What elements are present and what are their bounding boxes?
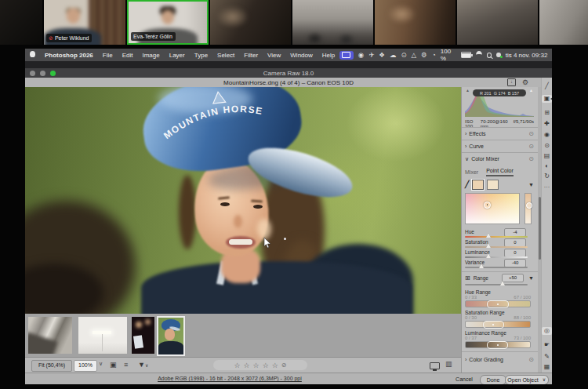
hue-range-bracket[interactable] bbox=[487, 300, 509, 308]
highlight-clipping-icon[interactable]: ▲ bbox=[529, 89, 533, 93]
effects-section-header[interactable]: › Effects ⊙ bbox=[465, 128, 534, 140]
color-swatch-active[interactable] bbox=[472, 180, 484, 190]
star-icon[interactable]: ☆ bbox=[263, 362, 269, 369]
user-status-icon[interactable] bbox=[496, 53, 500, 57]
tab-mixer[interactable]: Mixer bbox=[465, 169, 478, 176]
range-slider-knob[interactable] bbox=[500, 281, 505, 285]
saturation-slider-knob[interactable] bbox=[486, 243, 491, 248]
sort-order-icon[interactable]: ≡ bbox=[124, 361, 128, 369]
color-field-marker[interactable] bbox=[484, 202, 491, 209]
color-swatch[interactable] bbox=[487, 180, 499, 190]
status-icon-camera[interactable]: ◉ bbox=[358, 51, 364, 59]
status-icon-gear[interactable]: ⚙ bbox=[421, 51, 427, 59]
participant-tile-peter[interactable]: ⊘Peter Wiklund bbox=[44, 0, 125, 45]
luminance-strip[interactable] bbox=[524, 193, 532, 224]
participant-tile[interactable] bbox=[539, 0, 588, 45]
display-settings-icon[interactable] bbox=[430, 362, 440, 369]
menu-window[interactable]: Window bbox=[285, 52, 317, 59]
preferences-gear-icon[interactable]: ⚙ bbox=[522, 79, 528, 86]
hue-slider[interactable] bbox=[465, 236, 528, 238]
photo-canvas[interactable]: MOUNTAIN HORSE bbox=[25, 87, 461, 314]
filmstrip-thumb-2[interactable] bbox=[78, 317, 127, 354]
hand-tool-icon[interactable]: ☛ bbox=[542, 341, 552, 349]
crop-tool-icon[interactable]: ⊞ bbox=[542, 109, 552, 117]
participant-tile[interactable] bbox=[210, 0, 291, 45]
status-icon-triangle[interactable]: △ bbox=[412, 51, 417, 59]
no-rating-icon[interactable]: ⊘ bbox=[281, 362, 287, 369]
camera-raw-title-bar[interactable]: Camera Raw 18.0 bbox=[25, 68, 552, 78]
zoom-100-button[interactable]: 100% bbox=[74, 360, 97, 372]
menu-filter[interactable]: Filter bbox=[239, 52, 263, 59]
status-icon-dropbox[interactable]: ❖ bbox=[379, 51, 385, 59]
menu-layer[interactable]: Layer bbox=[165, 52, 190, 59]
participant-tile[interactable] bbox=[457, 0, 538, 45]
menu-image[interactable]: Image bbox=[137, 52, 164, 59]
cancel-button[interactable]: Cancel bbox=[452, 375, 477, 384]
star-icon[interactable]: ☆ bbox=[253, 362, 260, 369]
filter-funnel-icon[interactable]: ▼∨ bbox=[138, 361, 148, 370]
snapshots-icon[interactable]: ▤ bbox=[542, 152, 552, 160]
color-mixer-section-header[interactable]: ∨ Color Mixer ⊙ bbox=[465, 153, 534, 165]
saturation-range-bar[interactable] bbox=[465, 321, 531, 328]
menu-type[interactable]: Type bbox=[190, 52, 212, 59]
zoom-tool-icon[interactable]: ◎ bbox=[542, 327, 552, 335]
panel-toggle-icon[interactable]: ▥ bbox=[445, 360, 452, 368]
participant-tile[interactable] bbox=[292, 0, 373, 45]
star-rating-widget[interactable]: ☆☆☆☆☆ ⊘ bbox=[213, 360, 307, 370]
status-icon-airplane[interactable]: ✈ bbox=[368, 51, 374, 59]
status-icon-clock[interactable]: ◔ bbox=[432, 51, 436, 59]
fit-zoom-select[interactable]: Fit (50,4%) bbox=[31, 360, 72, 372]
filmstrip-thumb-4-selected[interactable] bbox=[157, 316, 185, 356]
preview-eye-icon[interactable]: ⊙ bbox=[542, 142, 552, 150]
histogram[interactable]: ▲ ▲ R 201G 174B 157 bbox=[465, 88, 534, 117]
white-balance-eyedropper-icon[interactable]: ╱ bbox=[542, 82, 552, 90]
edit-tool-icon[interactable]: ▣ bbox=[542, 95, 552, 103]
wifi-icon[interactable] bbox=[476, 51, 482, 59]
menu-help[interactable]: Help bbox=[318, 52, 339, 59]
menu-view[interactable]: View bbox=[263, 52, 285, 59]
apple-menu-icon[interactable] bbox=[25, 51, 40, 59]
redeye-tool-icon[interactable]: ◉ bbox=[542, 131, 552, 139]
luminance-slider-knob[interactable] bbox=[486, 253, 491, 258]
zoom-caret-icon[interactable]: ∨ bbox=[99, 361, 103, 367]
range-options-icon[interactable]: ▼ bbox=[528, 275, 534, 281]
screen-share-indicator-icon[interactable] bbox=[339, 51, 354, 60]
adjustment-brush-icon[interactable]: ✎ bbox=[542, 353, 552, 361]
heal-tool-icon[interactable]: ✚ bbox=[542, 120, 552, 128]
reset-icon[interactable]: ↻ bbox=[542, 173, 552, 180]
point-color-field[interactable] bbox=[465, 193, 520, 224]
menu-file[interactable]: File bbox=[98, 52, 118, 59]
save-image-icon[interactable]: ↓ bbox=[507, 78, 516, 86]
luminance-range-bracket[interactable] bbox=[487, 341, 508, 349]
color-grading-section-header[interactable]: › Color Grading ⊙ bbox=[465, 354, 534, 365]
saturation-slider[interactable] bbox=[465, 246, 528, 248]
participant-tile-eva-active[interactable]: Eva-Teréz Gölin bbox=[127, 0, 209, 45]
status-icon-cloud[interactable]: ☁ bbox=[390, 51, 397, 59]
workflow-options-link[interactable]: Adobe RGB (1998) - 16 bit - 2048 x 3072 … bbox=[25, 376, 434, 381]
spotlight-search-icon[interactable] bbox=[487, 53, 492, 58]
curve-section-header[interactable]: › Curve ⊙ bbox=[465, 140, 534, 152]
star-icon[interactable]: ☆ bbox=[272, 362, 278, 369]
range-slider[interactable] bbox=[465, 284, 528, 285]
luminance-range-bar[interactable] bbox=[465, 341, 531, 348]
color-grading-eye-icon[interactable]: ⊙ bbox=[528, 356, 534, 363]
hue-range-bar[interactable] bbox=[465, 300, 531, 307]
saturation-range-bracket[interactable] bbox=[483, 321, 504, 329]
participant-tile[interactable] bbox=[0, 0, 42, 45]
menu-clock[interactable]: tis 4 nov. 09:32 bbox=[506, 52, 548, 59]
filmstrip-thumb-3[interactable] bbox=[132, 317, 154, 354]
participant-tile[interactable] bbox=[375, 0, 456, 45]
thumbnail-view-icon[interactable]: ▣ bbox=[110, 361, 117, 369]
effects-eye-icon[interactable]: ⊙ bbox=[528, 130, 534, 137]
menu-photoshop[interactable]: Photoshop 2026 bbox=[40, 52, 98, 59]
star-icon[interactable]: ☆ bbox=[234, 362, 240, 369]
color-mixer-eye-icon[interactable]: ⊙ bbox=[528, 155, 534, 162]
star-icon[interactable]: ☆ bbox=[244, 362, 250, 369]
filmstrip-thumb-1[interactable] bbox=[28, 317, 72, 354]
variance-slider[interactable] bbox=[465, 267, 528, 268]
hue-slider-knob[interactable] bbox=[486, 233, 491, 238]
swatch-options-icon[interactable]: ▼ bbox=[528, 182, 534, 187]
eyedropper-icon[interactable]: ╱ bbox=[465, 180, 469, 188]
menu-edit[interactable]: Edit bbox=[118, 52, 138, 59]
luminance-strip-marker[interactable] bbox=[526, 202, 532, 209]
